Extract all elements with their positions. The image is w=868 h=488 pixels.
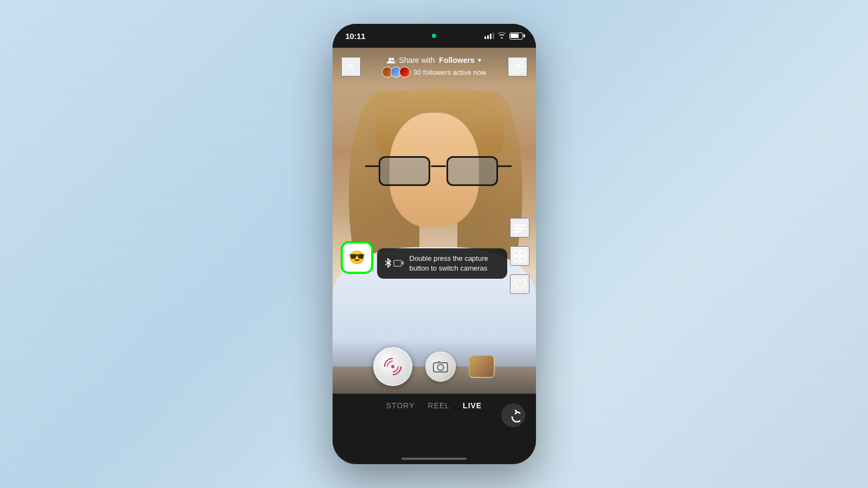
svg-rect-6 — [514, 251, 519, 255]
filter-card[interactable]: 😎 — [341, 242, 373, 273]
bluetooth-icon — [385, 258, 391, 269]
camera-small-icon — [393, 259, 404, 269]
glasses-arm-left — [365, 165, 379, 167]
status-dot — [432, 34, 436, 38]
heart-button[interactable] — [510, 274, 529, 294]
glasses-right-lens — [446, 156, 498, 186]
camera-controls — [333, 339, 536, 394]
svg-point-1 — [392, 58, 394, 61]
chevron-down-icon: ▾ — [478, 56, 481, 64]
filter-glasses-icon: 😎 — [349, 250, 365, 265]
share-with-row[interactable]: Share with Followers ▾ — [387, 56, 481, 65]
camera-button[interactable] — [425, 351, 456, 382]
svg-point-2 — [515, 65, 520, 69]
svg-point-14 — [438, 364, 444, 370]
glasses — [379, 153, 498, 189]
gallery-preview — [471, 357, 493, 376]
wifi-icon — [497, 32, 506, 40]
svg-rect-7 — [520, 251, 525, 255]
share-target: Followers — [439, 56, 474, 65]
svg-rect-3 — [514, 224, 526, 226]
share-section: Share with Followers ▾ 30 followers acti… — [382, 56, 486, 78]
tab-reel[interactable]: REEL — [428, 401, 450, 410]
right-toolbar — [510, 218, 529, 294]
follower-avatars — [382, 67, 410, 78]
flip-camera-button[interactable] — [501, 403, 525, 427]
top-bar: ✕ Share with Followers ▾ — [333, 48, 536, 86]
home-indicator — [401, 458, 467, 460]
followers-active-text: 30 followers active now — [413, 68, 486, 76]
settings-button[interactable] — [508, 57, 527, 76]
signal-bars — [484, 33, 494, 39]
tab-live[interactable]: LIVE — [463, 401, 482, 410]
heart-icon — [512, 277, 527, 292]
mode-tabs-row: STORY REEL LIVE — [386, 394, 482, 410]
close-button[interactable]: ✕ — [341, 57, 361, 76]
live-capture-button[interactable] — [373, 347, 412, 386]
live-signal-graphic — [384, 358, 401, 375]
battery-fill — [510, 34, 519, 38]
svg-rect-8 — [514, 256, 519, 261]
bt-icons — [385, 258, 404, 269]
tab-story[interactable]: STORY — [386, 401, 415, 410]
layout-button[interactable] — [510, 246, 529, 266]
signal-bar-4 — [493, 33, 494, 39]
followers-active-row: 30 followers active now — [382, 67, 486, 78]
svg-rect-4 — [514, 228, 526, 229]
svg-rect-15 — [438, 361, 441, 363]
glasses-bridge — [431, 165, 446, 167]
phone-container: 10:11 — [333, 24, 536, 464]
svg-rect-5 — [514, 231, 521, 233]
svg-point-0 — [389, 58, 392, 61]
sticker-icon — [512, 220, 527, 235]
tooltip-text: Double press the capture button to switc… — [410, 254, 500, 273]
gallery-thumbnail[interactable] — [469, 355, 495, 378]
bluetooth-tooltip: Double press the capture button to switc… — [377, 248, 507, 279]
signal-bar-1 — [484, 36, 486, 39]
layout-icon — [512, 248, 527, 264]
svg-rect-9 — [520, 256, 525, 261]
status-time: 10:11 — [346, 31, 366, 41]
sticker-button[interactable] — [510, 218, 529, 237]
close-icon: ✕ — [346, 60, 355, 73]
gear-icon — [510, 60, 525, 74]
signal-bar-2 — [487, 35, 489, 39]
signal-bar-3 — [490, 34, 492, 39]
people-icon — [387, 57, 395, 63]
battery-icon — [509, 33, 523, 40]
glasses-left-lens — [379, 156, 430, 186]
flip-icon — [506, 408, 520, 422]
status-icons — [484, 32, 523, 40]
avatar-3 — [399, 67, 410, 78]
share-prefix: Share with — [399, 56, 437, 65]
bottom-bar: STORY REEL LIVE — [333, 394, 536, 464]
camera-icon — [433, 361, 448, 373]
status-bar: 10:11 — [333, 24, 536, 48]
glasses-arm-right — [498, 165, 512, 167]
signal-dot — [391, 365, 394, 368]
svg-rect-12 — [394, 260, 401, 266]
